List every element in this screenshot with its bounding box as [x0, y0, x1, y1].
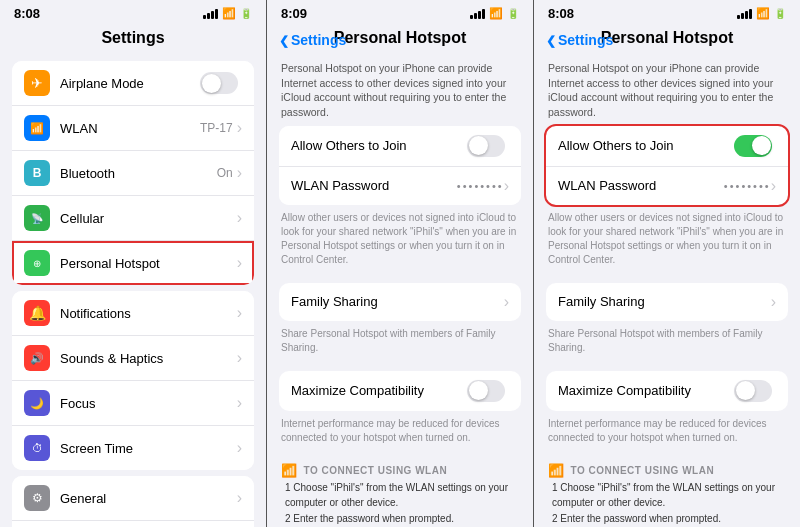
panel-2: 8:09 📶 🔋 Settings Personal Hotspot Perso…: [267, 0, 534, 527]
back-button-2[interactable]: Settings: [279, 32, 346, 48]
hotspot-desc-2: Personal Hotspot on your iPhone can prov…: [281, 61, 519, 120]
back-label-2: Settings: [291, 32, 346, 48]
battery-icon: 🔋: [240, 8, 252, 19]
chevron-icon: [504, 293, 509, 311]
general-group: ⚙ General 🎛 Control Center ☀ Display & B…: [12, 476, 254, 527]
time-3: 8:08: [548, 6, 574, 21]
notifications-icon: 🔔: [24, 300, 50, 326]
max-compat-toggle-3[interactable]: [734, 380, 772, 402]
wifi-symbol-2: 📶: [281, 463, 298, 478]
hotspot-note-2: Allow other users or devices not signed …: [281, 211, 519, 267]
hotspot-icon: ⊕: [24, 250, 50, 276]
battery-icon-3: 🔋: [774, 8, 786, 19]
status-bar-3: 8:08 📶 🔋: [534, 0, 800, 25]
family-sharing-item-2[interactable]: Family Sharing: [279, 283, 521, 321]
wlan-icon: 📶: [24, 115, 50, 141]
back-button-3[interactable]: Settings: [546, 32, 613, 48]
general-item[interactable]: ⚙ General: [12, 476, 254, 521]
allow-others-item-3[interactable]: Allow Others to Join: [546, 126, 788, 167]
connectivity-group: ✈ Airplane Mode 📶 WLAN TP-17 B Bluetooth…: [12, 61, 254, 285]
allow-others-toggle-2[interactable]: [467, 135, 505, 157]
chevron-icon: [237, 304, 242, 322]
sounds-item[interactable]: 🔊 Sounds & Haptics: [12, 336, 254, 381]
bluetooth-item[interactable]: B Bluetooth On: [12, 151, 254, 196]
compat-note-3: Internet performance may be reduced for …: [548, 417, 786, 445]
bluetooth-icon: B: [24, 160, 50, 186]
chevron-icon: [504, 177, 509, 195]
family-group-2: Family Sharing: [279, 283, 521, 321]
family-sharing-item-3[interactable]: Family Sharing: [546, 283, 788, 321]
wlan-password-item-3[interactable]: WLAN Password ••••••••: [546, 167, 788, 205]
sounds-icon: 🔊: [24, 345, 50, 371]
screen-time-item[interactable]: ⏱ Screen Time: [12, 426, 254, 470]
chevron-icon: [771, 177, 776, 195]
notifications-item[interactable]: 🔔 Notifications: [12, 291, 254, 336]
wifi-icon: 📶: [222, 7, 236, 20]
family-note-2: Share Personal Hotspot with members of F…: [281, 327, 519, 355]
airplane-mode-item[interactable]: ✈ Airplane Mode: [12, 61, 254, 106]
chevron-icon: [237, 209, 242, 227]
connect-section-3: 📶 TO CONNECT USING WLAN 1 Choose "iPhil'…: [534, 463, 800, 527]
hotspot-main-group-3: Allow Others to Join WLAN Password •••••…: [546, 126, 788, 205]
status-icons-2: 📶 🔋: [470, 7, 519, 20]
max-compat-item-2[interactable]: Maximize Compatibility: [279, 371, 521, 411]
max-compat-toggle-2[interactable]: [467, 380, 505, 402]
focus-icon: 🌙: [24, 390, 50, 416]
wlan-step-2-3: 2 Enter the password when prompted.: [552, 511, 786, 526]
hotspot-scroll-3[interactable]: Personal Hotspot on your iPhone can prov…: [534, 55, 800, 527]
connect-wlan-header-3: 📶 TO CONNECT USING WLAN: [548, 463, 786, 478]
connect-section-2: 📶 TO CONNECT USING WLAN 1 Choose "iPhil'…: [267, 463, 533, 527]
wlan-steps-2: 1 Choose "iPhil's" from the WLAN setting…: [285, 480, 519, 526]
back-chevron-2: [279, 32, 289, 48]
chevron-icon: [237, 394, 242, 412]
notifications-group: 🔔 Notifications 🔊 Sounds & Haptics 🌙 Foc…: [12, 291, 254, 470]
battery-icon-2: 🔋: [507, 8, 519, 19]
wlan-step-2-2: 2 Enter the password when prompted.: [285, 511, 519, 526]
max-compat-item-3[interactable]: Maximize Compatibility: [546, 371, 788, 411]
airplane-toggle[interactable]: [200, 72, 238, 94]
status-bar-2: 8:09 📶 🔋: [267, 0, 533, 25]
status-icons-3: 📶 🔋: [737, 7, 786, 20]
airplane-icon: ✈: [24, 70, 50, 96]
wifi-symbol-3: 📶: [548, 463, 565, 478]
page-title-3: Settings Personal Hotspot: [534, 25, 800, 55]
signal-icon: [203, 9, 218, 19]
settings-scroll[interactable]: ✈ Airplane Mode 📶 WLAN TP-17 B Bluetooth…: [0, 55, 266, 527]
panel-3: 8:08 📶 🔋 Settings Personal Hotspot Perso…: [534, 0, 800, 527]
status-icons-1: 📶 🔋: [203, 7, 252, 20]
screen-time-icon: ⏱: [24, 435, 50, 461]
connect-wlan-header-2: 📶 TO CONNECT USING WLAN: [281, 463, 519, 478]
wlan-step-1-3: 1 Choose "iPhil's" from the WLAN setting…: [552, 480, 786, 510]
hotspot-scroll-2[interactable]: Personal Hotspot on your iPhone can prov…: [267, 55, 533, 527]
allow-others-item-2[interactable]: Allow Others to Join: [279, 126, 521, 167]
cellular-item[interactable]: 📡 Cellular: [12, 196, 254, 241]
family-note-3: Share Personal Hotspot with members of F…: [548, 327, 786, 355]
chevron-icon: [237, 489, 242, 507]
back-label-3: Settings: [558, 32, 613, 48]
control-center-item[interactable]: 🎛 Control Center: [12, 521, 254, 527]
signal-icon-2: [470, 9, 485, 19]
chevron-icon: [237, 254, 242, 272]
family-group-3: Family Sharing: [546, 283, 788, 321]
wlan-password-value-2: ••••••••: [457, 180, 504, 192]
allow-others-toggle-3[interactable]: [734, 135, 772, 157]
panel-1: 8:08 📶 🔋 Settings ✈ Airplane Mode 📶 WLAN…: [0, 0, 267, 527]
status-bar-1: 8:08 📶 🔋: [0, 0, 266, 25]
hotspot-main-group-2: Allow Others to Join WLAN Password •••••…: [279, 126, 521, 205]
general-icon: ⚙: [24, 485, 50, 511]
chevron-icon: [237, 439, 242, 457]
personal-hotspot-item[interactable]: ⊕ Personal Hotspot: [12, 241, 254, 285]
chevron-icon: [237, 119, 242, 137]
compat-group-3: Maximize Compatibility: [546, 371, 788, 411]
compat-group-2: Maximize Compatibility: [279, 371, 521, 411]
wlan-item[interactable]: 📶 WLAN TP-17: [12, 106, 254, 151]
signal-icon-3: [737, 9, 752, 19]
wlan-password-value-3: ••••••••: [724, 180, 771, 192]
wlan-password-item-2[interactable]: WLAN Password ••••••••: [279, 167, 521, 205]
back-chevron-3: [546, 32, 556, 48]
focus-item[interactable]: 🌙 Focus: [12, 381, 254, 426]
page-title-1: Settings: [0, 25, 266, 55]
chevron-icon: [771, 293, 776, 311]
wifi-icon-3: 📶: [756, 7, 770, 20]
hotspot-desc-3: Personal Hotspot on your iPhone can prov…: [548, 61, 786, 120]
